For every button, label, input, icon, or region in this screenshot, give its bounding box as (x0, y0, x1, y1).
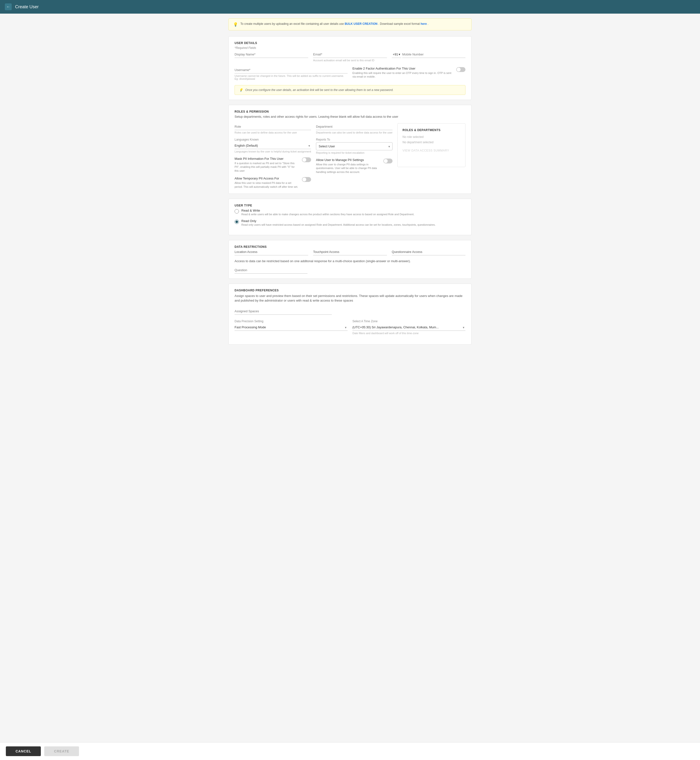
temp-pii-label: Allow Temporary PII Access For (234, 177, 300, 180)
questionnaire-access-label: Questionnaire Access (392, 250, 466, 255)
access-desc-group: Access to data can be restricted based o… (234, 259, 466, 274)
roles-permission-section: ROLES & PERMISSION Setup departments, ro… (228, 105, 472, 194)
timezone-select[interactable]: (UTC+05:30) Sri Jayawardenapura, Chennai… (352, 324, 466, 331)
two-factor-toggle-container: Enable 2 Factor Authentication For This … (352, 67, 466, 79)
roles-description: Setup departments, roles and other acces… (234, 115, 466, 118)
data-precision-group: Data Precision Setting Fast Processing M… (234, 320, 348, 335)
languages-select-wrapper: English (Default) (234, 142, 311, 149)
read-only-desc: Read only users will have restricted acc… (241, 223, 436, 226)
timezone-group: Select A Time Zone (UTC+05:30) Sri Jayaw… (352, 320, 466, 335)
two-factor-label: Enable 2 Factor Authentication For This … (352, 67, 454, 70)
phone-dropdown-icon: ▾ (398, 53, 400, 56)
dashboard-preferences-title: DASHBOARD PREFERENCES (234, 289, 466, 292)
mask-pii-container: Mask PII Information For This User If a … (234, 157, 311, 173)
mask-pii-label: Mask PII Information For This User (234, 157, 300, 160)
display-name-group (234, 51, 308, 62)
roles-departments-summary: ROLES & DEPARTMENTS No role selected No … (397, 123, 466, 167)
user-type-section: USER TYPE Read & Write Read & write user… (228, 199, 472, 235)
precision-timezone-row: Data Precision Setting Fast Processing M… (234, 320, 466, 335)
read-write-desc: Read & write users will be able to make … (241, 213, 414, 216)
timezone-hint: Date filters and dashboard will work off… (352, 332, 466, 335)
timezone-select-wrapper: (UTC+05:30) Sri Jayawardenapura, Chennai… (352, 324, 466, 331)
allow-manage-pii-slider (383, 158, 392, 163)
two-factor-slider (456, 67, 466, 72)
languages-hint: Languages known by the user is helpful d… (234, 150, 311, 153)
assigned-spaces-input[interactable] (234, 308, 332, 315)
roles-departments-title: ROLES & DEPARTMENTS (403, 128, 460, 132)
allow-manage-pii-toggle[interactable] (383, 158, 392, 163)
two-factor-desc: Enabling this will require the user to e… (352, 71, 454, 79)
allow-manage-pii-label: Allow User to Manage PII Settings (316, 158, 381, 162)
activation-banner: 💡 Once you configure the user details, a… (234, 85, 466, 95)
temp-pii-container: Allow Temporary PII Access For Allow thi… (234, 177, 311, 189)
allow-manage-pii-content: Allow User to Manage PII Settings Allow … (316, 158, 381, 174)
user-type-options: Read & Write Read & write users will be … (234, 208, 466, 226)
temp-pii-desc: Allow this user to view masked PII data … (234, 181, 300, 189)
read-write-option: Read & Write Read & write users will be … (234, 208, 466, 216)
no-role-label: No role selected (403, 135, 460, 139)
data-precision-select[interactable]: Fast Processing Mode (234, 324, 348, 331)
read-only-option: Read Only Read only users will have rest… (234, 219, 466, 226)
mask-pii-toggle[interactable] (302, 157, 311, 162)
back-button[interactable]: ← (5, 3, 12, 10)
info-banner-text: To create multiple users by uploading an… (241, 22, 428, 25)
mask-pii-desc: If a question is marked as PII and set t… (234, 161, 300, 173)
temp-pii-toggle[interactable] (302, 177, 311, 182)
data-restrictions-section: DATA RESTRICTIONS Location Access Touchp… (228, 240, 472, 279)
username-2fa-row: Username cannot be changed in the future… (234, 67, 466, 80)
two-factor-group: Enable 2 Factor Authentication For This … (352, 67, 466, 80)
mobile-group: +91 ▾ (392, 51, 466, 62)
back-icon: ← (6, 5, 10, 9)
dashboard-preferences-desc: Assign spaces to user and preview them b… (234, 293, 466, 303)
location-access-label: Location Access (234, 250, 308, 255)
activation-text: Once you configure the user details, an … (245, 88, 394, 92)
mask-pii-content: Mask PII Information For This User If a … (234, 157, 300, 173)
read-write-label: Read & Write (241, 208, 414, 212)
two-factor-toggle[interactable] (456, 67, 466, 72)
roles-grid: Roles can be used to define data access … (234, 123, 466, 189)
reports-to-label: Reports To (316, 138, 392, 141)
read-write-radio[interactable] (234, 209, 239, 213)
info-icon: 💡 (233, 22, 238, 27)
questionnaire-access-item: Questionnaire Access (392, 250, 466, 255)
read-only-radio[interactable] (234, 219, 239, 224)
view-data-access-button[interactable]: VIEW DATA ACCESS SUMMARY (403, 149, 460, 152)
department-hint: Departments can also be used to define d… (316, 131, 392, 134)
email-input[interactable] (313, 51, 387, 58)
bulk-creation-link[interactable]: BULK USER CREATION (345, 22, 378, 25)
phone-input-row: +91 ▾ (392, 51, 466, 58)
allow-manage-pii-desc: Allow this user to change PII data setti… (316, 163, 381, 174)
bulk-user-info-banner: 💡 To create multiple users by uploading … (228, 19, 472, 30)
username-hint: Username cannot be changed in the future… (234, 74, 348, 80)
user-details-section: USER DETAILS *Required Fields Account ac… (228, 36, 472, 100)
read-only-content: Read Only Read only users will have rest… (241, 219, 436, 226)
languages-select[interactable]: English (Default) (234, 142, 311, 149)
main-content: 💡 To create multiple users by uploading … (223, 14, 477, 374)
phone-code-selector[interactable]: +91 ▾ (392, 51, 401, 58)
user-details-title: USER DETAILS (234, 41, 466, 45)
here-link[interactable]: here (420, 22, 427, 25)
name-email-phone-row: Account activation email will be sent to… (234, 51, 466, 62)
reports-to-group: Reports To Select User Reporting is requ… (316, 138, 392, 154)
roles-left-column: Roles can be used to define data access … (234, 123, 311, 189)
location-access-item: Location Access (234, 250, 308, 255)
data-precision-label: Data Precision Setting (234, 320, 348, 323)
role-input[interactable] (234, 123, 311, 130)
reports-hint: Reporting is required for ticket escalat… (316, 151, 392, 154)
display-name-input[interactable] (234, 51, 308, 58)
data-precision-select-wrapper: Fast Processing Mode (234, 324, 348, 331)
languages-label: Languages Known (234, 138, 311, 141)
username-input[interactable] (234, 67, 348, 74)
access-description: Access to data can be restricted based o… (234, 259, 466, 263)
department-input[interactable] (316, 123, 392, 130)
page-title: Create User (15, 5, 39, 9)
read-write-content: Read & Write Read & write users will be … (241, 208, 414, 216)
temp-pii-content: Allow Temporary PII Access For Allow thi… (234, 177, 300, 189)
question-input[interactable] (234, 267, 308, 274)
mobile-input[interactable] (402, 51, 466, 58)
reports-to-select[interactable]: Select User (316, 142, 392, 150)
phone-code-value: +91 (393, 53, 398, 56)
roles-center-column: Departments can also be used to define d… (316, 123, 392, 174)
email-hint: Account activation email will be sent to… (313, 59, 387, 62)
no-dept-label: No department selected (403, 141, 460, 144)
